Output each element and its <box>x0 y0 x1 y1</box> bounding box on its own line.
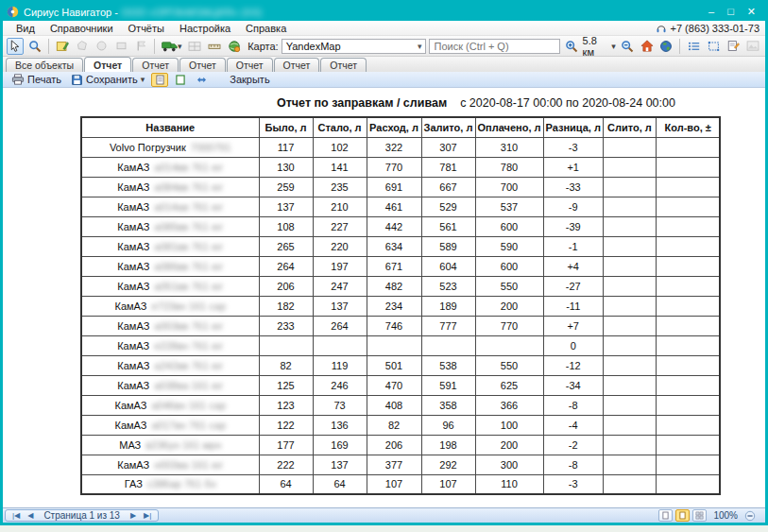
table-row: КамАЗа014вв 761 юг130141770781780+1 <box>81 157 720 177</box>
pointer-tool-button[interactable] <box>7 38 24 55</box>
home-button[interactable] <box>639 38 656 55</box>
list-view-button[interactable] <box>685 38 702 55</box>
vehicle-name-cell: КамАЗа084вв 761 юг <box>81 177 259 197</box>
value-cell: 64 <box>259 474 313 494</box>
tab-4[interactable]: Отчет <box>227 58 273 72</box>
image-view-button[interactable] <box>744 38 761 55</box>
value-cell: 130 <box>259 157 313 177</box>
circle-tool-button[interactable] <box>94 38 111 55</box>
column-header: Разница, л <box>543 117 603 137</box>
tab-1[interactable]: Отчет <box>84 57 131 72</box>
value-cell: 137 <box>313 455 367 474</box>
vehicle-name: Volvo Погрузчик <box>110 142 186 153</box>
tab-2[interactable]: Отчет <box>132 58 179 72</box>
zoom-search-button[interactable] <box>26 38 43 55</box>
view-single-page-toggle[interactable] <box>151 73 168 87</box>
view-mode-page-button[interactable] <box>675 509 690 522</box>
route-tool-button[interactable] <box>226 38 243 55</box>
edit-map-button[interactable] <box>54 38 71 55</box>
value-cell: 625 <box>475 375 543 395</box>
value-cell: 119 <box>313 355 367 375</box>
value-cell: -1 <box>543 236 603 256</box>
tab-0[interactable]: Все объекты <box>6 58 83 72</box>
toolbar-separator <box>154 39 155 54</box>
support-phone: +7 (863) 333-01-73 <box>656 23 759 34</box>
menu-item-вид[interactable]: Вид <box>9 23 43 34</box>
rectangle-tool-button[interactable] <box>113 38 130 55</box>
value-cell: 198 <box>421 435 475 455</box>
polygon-tool-button[interactable] <box>74 38 91 55</box>
zoom-controls: 100% <box>658 509 763 522</box>
report-content: Отчет по заправкам / сливамс 2020-08-17 … <box>3 88 765 507</box>
value-cell <box>313 335 367 355</box>
ruler-tool-button[interactable] <box>206 38 223 55</box>
last-page-button[interactable]: ▶| <box>141 511 154 520</box>
column-header: Слито, л <box>603 117 656 137</box>
view-mode-multi-button[interactable] <box>692 509 707 522</box>
zoom-out-icon <box>621 40 634 53</box>
vehicle-plate-blurred: с386ар 761 бн <box>147 478 216 489</box>
column-header: Кол-во, ± <box>656 117 720 137</box>
vehicle-name-cell: МАЗв236ун 161 мрн <box>81 435 259 455</box>
flag-tool-button[interactable] <box>133 38 150 55</box>
value-cell: 247 <box>313 276 367 296</box>
value-cell <box>656 375 720 395</box>
value-cell <box>603 256 656 276</box>
print-button[interactable]: Печать <box>9 73 64 87</box>
zoom-decrease-button[interactable] <box>744 510 756 522</box>
close-button[interactable]: ✕ <box>747 3 756 21</box>
zoom-out-button[interactable] <box>619 38 636 55</box>
first-page-button[interactable]: |◀ <box>9 511 23 520</box>
save-dropdown-arrow-icon[interactable]: ▾ <box>141 75 145 84</box>
value-cell <box>656 316 720 335</box>
search-input[interactable] <box>429 39 560 54</box>
zoom-in-button[interactable] <box>563 38 580 55</box>
vehicle-name: КамАЗ <box>117 459 149 471</box>
menu-item-отчёты[interactable]: Отчёты <box>121 23 172 34</box>
tab-5[interactable]: Отчет <box>274 58 320 72</box>
save-button[interactable]: Сохранить ▾ <box>68 73 147 87</box>
close-report-button[interactable]: Закрыть <box>227 73 272 87</box>
view-mode-normal-button[interactable] <box>658 509 673 522</box>
map-label: Карта: <box>247 41 279 52</box>
value-cell: 322 <box>367 137 421 157</box>
tab-6[interactable]: Отчет <box>320 58 367 72</box>
value-cell: 82 <box>259 355 313 375</box>
map-select[interactable]: YandexMap ▾ <box>282 39 426 54</box>
menu-item-справка[interactable]: Справка <box>238 23 294 34</box>
world-map-button[interactable] <box>657 38 674 55</box>
menu-item-настройка[interactable]: Настройка <box>172 23 238 34</box>
value-cell <box>475 335 543 355</box>
value-cell: 442 <box>367 216 421 236</box>
vehicle-name-cell: КамАЗа086вв 761 юг <box>81 256 259 276</box>
next-page-button[interactable]: ▶ <box>128 511 139 520</box>
value-cell <box>656 395 720 415</box>
prev-page-button[interactable]: ◀ <box>25 511 36 520</box>
view-facing-pages-toggle[interactable] <box>172 73 189 87</box>
vehicle-plate-blurred: а046вн 161 сар <box>151 400 226 411</box>
vehicle-menu-button[interactable]: ▾ <box>160 38 183 55</box>
edit-note-button[interactable] <box>725 38 742 55</box>
status-bar: |◀ ◀ Страница 1 из 13 ▶ ▶| 100% <box>3 507 765 523</box>
value-cell: -12 <box>543 355 603 375</box>
tab-3[interactable]: Отчет <box>179 58 226 72</box>
value-cell <box>603 435 656 455</box>
vehicle-name: КамАЗ <box>117 360 149 371</box>
vehicle-plate-blurred: а038ва 161 юг <box>154 380 223 391</box>
value-cell: 307 <box>421 137 475 157</box>
support-phone-number: +7 (863) 333-01-73 <box>671 23 759 34</box>
report-title: Отчет по заправкам / сливам <box>277 96 447 110</box>
minimize-button[interactable]: – <box>708 3 714 21</box>
vehicle-name: КамАЗ <box>117 221 149 232</box>
vehicle-name: КамАЗ <box>117 380 149 391</box>
maximize-button[interactable]: □ <box>727 3 734 21</box>
vehicle-name-cell: КамАЗа014ав 761 юг <box>81 197 259 216</box>
report-toolbar: Печать Сохранить ▾ Закрыть <box>3 72 765 88</box>
view-fit-width-toggle[interactable] <box>193 73 210 87</box>
grid-tool-button[interactable] <box>186 38 203 55</box>
value-cell: 122 <box>259 415 313 435</box>
scale-dropdown-arrow-icon[interactable]: ▾ <box>611 42 616 51</box>
menu-item-справочники[interactable]: Справочники <box>43 23 121 34</box>
column-header: Оплачено, л <box>475 117 543 137</box>
select-area-button[interactable] <box>705 38 722 55</box>
